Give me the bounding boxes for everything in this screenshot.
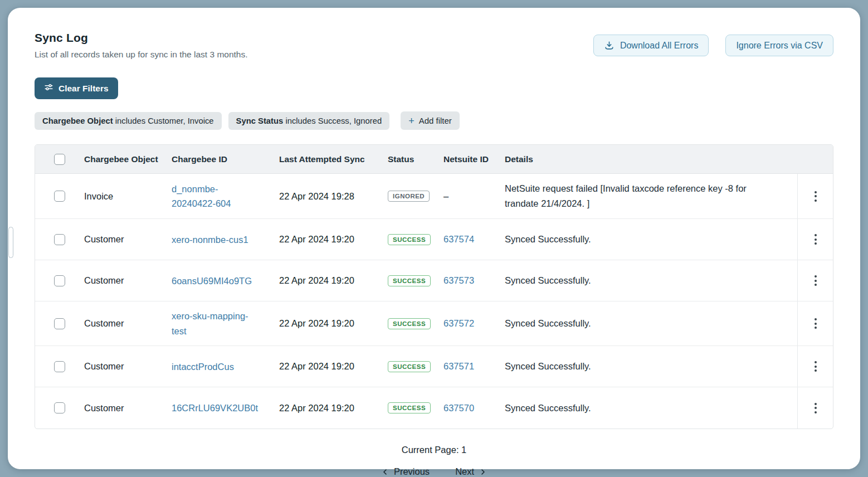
previous-page-button[interactable]: Previous — [381, 466, 430, 477]
chargebee-object-cell: Customer — [84, 396, 172, 421]
download-all-errors-label: Download All Errors — [620, 41, 699, 51]
chargebee-id-link[interactable]: xero-nonmbe-cus1 — [172, 232, 248, 247]
status-badge: SUCCESS — [388, 275, 431, 286]
next-page-button[interactable]: Next — [455, 466, 487, 477]
row-checkbox[interactable] — [54, 234, 65, 245]
clear-filters-label: Clear Filters — [58, 84, 109, 94]
column-header-details: Details — [505, 147, 797, 172]
table-header: Chargebee Object Chargebee ID Last Attem… — [35, 145, 833, 174]
chargebee-object-cell: Invoice — [84, 184, 172, 209]
kebab-menu-icon — [815, 234, 817, 236]
row-menu-button[interactable] — [810, 314, 821, 333]
details-cell: NetSuite request failed [Invalid taxcode… — [505, 174, 797, 218]
chargebee-id-link[interactable]: 6oansU69MI4o9TG — [172, 274, 252, 288]
ignore-errors-csv-label: Ignore Errors via CSV — [736, 41, 823, 51]
kebab-menu-icon — [815, 361, 817, 363]
chargebee-id-link[interactable]: xero-sku-mapping-test — [172, 309, 258, 338]
chevron-right-icon — [479, 468, 487, 476]
netsuite-id[interactable]: 637573 — [443, 275, 474, 285]
column-header-netsuite-id: Netsuite ID — [443, 147, 505, 172]
row-menu-button[interactable] — [810, 230, 821, 249]
row-menu-button[interactable] — [810, 398, 821, 418]
last-attempted-sync-cell: 22 Apr 2024 19:20 — [279, 311, 388, 336]
current-page-label: Current Page: 1 — [35, 445, 833, 455]
download-icon — [604, 40, 615, 51]
chargebee-object-cell: Customer — [84, 227, 172, 252]
add-filter-label: Add filter — [419, 116, 452, 125]
next-label: Next — [455, 466, 474, 477]
netsuite-id[interactable]: 637572 — [443, 318, 474, 328]
filter-chip-field: Sync Status — [236, 116, 284, 125]
kebab-menu-icon — [815, 318, 817, 320]
last-attempted-sync-cell: 22 Apr 2024 19:20 — [279, 396, 388, 421]
pager-controls: Previous Next — [35, 466, 833, 477]
status-badge: SUCCESS — [388, 402, 431, 413]
chargebee-id-link[interactable]: 16CRrLU69VK2UB0t — [172, 401, 258, 415]
chargebee-id-link[interactable]: d_nonmbe-20240422-604 — [172, 182, 258, 211]
filter-chip-condition: includes Customer, Invoice — [113, 116, 214, 125]
column-header-actions — [797, 145, 833, 173]
column-header-chargebee-object: Chargebee Object — [84, 147, 172, 172]
netsuite-id[interactable]: 637570 — [443, 403, 474, 413]
sync-log-table: Chargebee Object Chargebee ID Last Attem… — [35, 144, 833, 429]
chargebee-object-cell: Customer — [84, 311, 172, 336]
header-actions: Download All Errors Ignore Errors via CS… — [593, 35, 833, 56]
row-menu-button[interactable] — [810, 271, 821, 290]
filter-chip-condition: includes Success, Ignored — [283, 116, 382, 125]
table-row: Customer xero-nonmbe-cus1 22 Apr 2024 19… — [35, 219, 833, 260]
plus-icon: + — [408, 117, 415, 125]
select-all-checkbox[interactable] — [54, 154, 65, 165]
kebab-menu-icon — [815, 275, 817, 278]
netsuite-id: – — [443, 191, 448, 201]
filter-chip-chargebee-object[interactable]: Chargebee Object includes Customer, Invo… — [35, 112, 222, 130]
details-cell: Synced Successfully. — [505, 352, 797, 381]
chevron-left-icon — [381, 468, 389, 476]
row-menu-button[interactable] — [810, 357, 821, 376]
details-cell: Synced Successfully. — [505, 309, 797, 338]
kebab-menu-icon — [815, 191, 817, 193]
last-attempted-sync-cell: 22 Apr 2024 19:20 — [279, 227, 388, 252]
kebab-menu-icon — [815, 403, 817, 405]
column-header-status: Status — [388, 147, 443, 172]
table-row: Customer intacctProdCus 22 Apr 2024 19:2… — [35, 346, 833, 387]
select-all-cell — [35, 154, 84, 165]
row-checkbox[interactable] — [54, 191, 65, 202]
pagination: Current Page: 1 Previous Next — [35, 445, 833, 477]
filter-chip-sync-status[interactable]: Sync Status includes Success, Ignored — [228, 112, 390, 130]
previous-label: Previous — [394, 466, 430, 477]
filter-chip-field: Chargebee Object — [42, 116, 113, 125]
left-edge-handle[interactable] — [8, 227, 13, 258]
row-checkbox[interactable] — [54, 402, 65, 413]
row-checkbox[interactable] — [54, 361, 65, 372]
download-all-errors-button[interactable]: Download All Errors — [593, 35, 709, 56]
column-header-chargebee-id: Chargebee ID — [172, 147, 279, 172]
netsuite-id[interactable]: 637571 — [443, 361, 474, 371]
status-badge: SUCCESS — [388, 361, 431, 372]
table-row: Customer 6oansU69MI4o9TG 22 Apr 2024 19:… — [35, 260, 833, 301]
table-row: Customer xero-sku-mapping-test 22 Apr 20… — [35, 301, 833, 346]
netsuite-id[interactable]: 637574 — [443, 234, 474, 244]
last-attempted-sync-cell: 22 Apr 2024 19:20 — [279, 354, 388, 379]
status-badge: SUCCESS — [388, 234, 431, 245]
row-checkbox[interactable] — [54, 318, 65, 329]
title-block: Sync Log List of all records taken up fo… — [35, 31, 248, 60]
row-menu-button[interactable] — [810, 187, 821, 206]
last-attempted-sync-cell: 22 Apr 2024 19:28 — [279, 184, 388, 209]
add-filter-button[interactable]: + Add filter — [401, 111, 460, 130]
ignore-errors-csv-button[interactable]: Ignore Errors via CSV — [725, 35, 833, 56]
clear-filters-button[interactable]: Clear Filters — [35, 77, 118, 99]
column-header-last-attempted-sync: Last Attempted Sync — [279, 147, 388, 172]
chargebee-id-link[interactable]: intacctProdCus — [172, 359, 234, 374]
details-cell: Synced Successfully. — [505, 393, 797, 423]
row-checkbox[interactable] — [54, 275, 65, 286]
chargebee-object-cell: Customer — [84, 268, 172, 293]
table-row: Invoice d_nonmbe-20240422-604 22 Apr 202… — [35, 174, 833, 219]
card-header: Sync Log List of all records taken up fo… — [35, 31, 833, 60]
status-badge: IGNORED — [388, 191, 430, 202]
last-attempted-sync-cell: 22 Apr 2024 19:20 — [279, 268, 388, 293]
sync-log-card: Sync Log List of all records taken up fo… — [8, 8, 860, 469]
page-subtitle: List of all records taken up for sync in… — [35, 50, 248, 60]
filter-row: Chargebee Object includes Customer, Invo… — [35, 111, 833, 130]
details-cell: Synced Successfully. — [505, 266, 797, 295]
chargebee-object-cell: Customer — [84, 354, 172, 379]
